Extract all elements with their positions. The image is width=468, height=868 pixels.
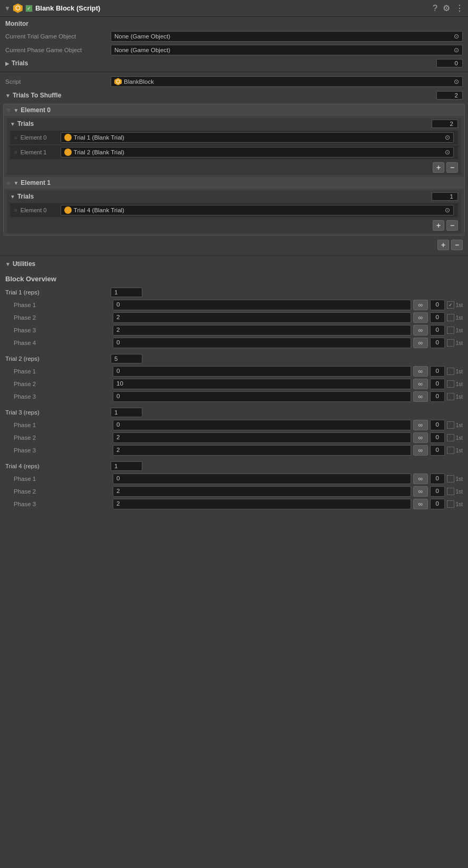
shuffle-element-1: ≡ ▼ Element 1 ▼ Trials 1 ≡ Element 0 T — [4, 177, 464, 233]
t1p3-checkbox[interactable] — [447, 327, 454, 334]
t2p3-checkbox[interactable] — [447, 393, 454, 400]
t1p1-zero[interactable]: 0 — [430, 300, 445, 310]
t4p2-checkbox[interactable] — [447, 488, 454, 495]
e1-remove-button[interactable]: − — [446, 220, 458, 231]
t1p3-value[interactable]: 2 — [113, 325, 411, 336]
current-trial-go-value[interactable]: None (Game Object) ⊙ — [111, 31, 463, 42]
t1p2-value[interactable]: 2 — [113, 312, 411, 323]
t1p1-value[interactable]: 0 — [113, 300, 411, 310]
t2p2-zero[interactable]: 0 — [430, 379, 445, 389]
t3p1-checkbox[interactable] — [447, 421, 454, 429]
trials-count-box[interactable]: 0 — [436, 59, 463, 67]
e0-trials-count[interactable]: 2 — [432, 120, 458, 128]
help-icon[interactable]: ? — [433, 4, 437, 13]
t3p2-checkbox[interactable] — [447, 434, 454, 441]
t2p2-label: Phase 2 — [14, 381, 111, 387]
t1p2-checkbox[interactable] — [447, 314, 454, 321]
t1p3-zero[interactable]: 0 — [430, 325, 445, 336]
e0-t1-drag[interactable]: ≡ — [14, 150, 17, 155]
t1p4-zero[interactable]: 0 — [430, 338, 445, 348]
t2p1-checkbox[interactable] — [447, 368, 454, 375]
trial-1-reps-box[interactable]: 1 — [111, 288, 142, 297]
t4p3-zero[interactable]: 0 — [430, 499, 445, 509]
t3p3-checkbox[interactable] — [447, 447, 454, 454]
t1p4-value[interactable]: 0 — [113, 338, 411, 348]
e1-trials-count[interactable]: 1 — [432, 192, 458, 201]
t3p3-inf-btn[interactable]: ∞ — [413, 445, 428, 456]
t4p3-value[interactable]: 2 — [113, 499, 411, 509]
settings-icon[interactable]: ⚙ — [443, 3, 450, 13]
current-phase-go-value[interactable]: None (Game Object) ⊙ — [111, 45, 463, 55]
element-1-arrow[interactable]: ▼ — [13, 180, 18, 186]
element-0-arrow[interactable]: ▼ — [13, 107, 18, 113]
trial-2-label: Trial 2 (reps) — [5, 356, 111, 362]
t4p2-zero[interactable]: 0 — [430, 486, 445, 497]
t4p1-checkbox-wrap: 1st — [447, 475, 463, 482]
trial-3-reps-row: Trial 3 (reps) 1 — [5, 406, 463, 419]
e1-trials-arrow[interactable]: ▼ — [10, 194, 15, 200]
enabled-checkbox[interactable]: ✓ — [25, 5, 33, 12]
t3p2-inf-btn[interactable]: ∞ — [413, 432, 428, 443]
t4p1-zero[interactable]: 0 — [430, 474, 445, 484]
t4p2-inf-btn[interactable]: ∞ — [413, 486, 428, 497]
e0-trials-arrow[interactable]: ▼ — [10, 121, 15, 127]
t1p1-checkbox[interactable] — [447, 301, 454, 309]
outer-add-button[interactable]: + — [437, 240, 449, 250]
t3p2-zero[interactable]: 0 — [430, 432, 445, 443]
t1p1-inf-btn[interactable]: ∞ — [413, 300, 428, 310]
t4p1-inf-btn[interactable]: ∞ — [413, 474, 428, 484]
e1-t0-drag[interactable]: ≡ — [14, 208, 17, 213]
t1p4-inf-btn[interactable]: ∞ — [413, 338, 428, 348]
t2p3-value[interactable]: 0 — [113, 391, 411, 402]
t4p2-value[interactable]: 2 — [113, 486, 411, 497]
t4p2-st: 1st — [456, 489, 463, 495]
t3p3-zero[interactable]: 0 — [430, 445, 445, 456]
t1p1-checkbox-wrap: 1st — [447, 301, 463, 309]
e0-t1-value-box[interactable]: Trial 2 (Blank Trial) ⊙ — [61, 147, 454, 157]
t3p3-value[interactable]: 2 — [113, 445, 411, 456]
menu-icon[interactable]: ⋮ — [455, 3, 464, 13]
t3p1-inf-btn[interactable]: ∞ — [413, 420, 428, 430]
element-1-trials: ▼ Trials 1 ≡ Element 0 Trial 4 (Blank Tr… — [7, 191, 461, 233]
e0-t0-drag[interactable]: ≡ — [14, 135, 17, 141]
t4p3-inf-btn[interactable]: ∞ — [413, 499, 428, 509]
drag-handle-1[interactable]: ≡ — [7, 180, 10, 186]
t3p3-checkbox-wrap: 1st — [447, 447, 463, 454]
trial-3-reps-box[interactable]: 1 — [111, 408, 142, 417]
trials-to-shuffle-count[interactable]: 2 — [436, 91, 463, 100]
collapse-arrow-icon[interactable]: ▼ — [4, 5, 11, 12]
trial-2-reps-box[interactable]: 5 — [111, 354, 142, 363]
t2p2-value[interactable]: 10 — [113, 379, 411, 389]
t2p1-zero[interactable]: 0 — [430, 366, 445, 377]
trials-to-shuffle-row[interactable]: ▼ Trials To Shuffle 2 — [0, 89, 468, 102]
t2p1-inf-btn[interactable]: ∞ — [413, 366, 428, 377]
e0-remove-button[interactable]: − — [446, 162, 458, 173]
t4p3-checkbox[interactable] — [447, 500, 454, 508]
t3p1-zero[interactable]: 0 — [430, 420, 445, 430]
t3p2-value[interactable]: 2 — [113, 432, 411, 443]
element-0-header: ≡ ▼ Element 0 — [4, 104, 464, 116]
e1-t0-value-box[interactable]: Trial 4 (Blank Trial) ⊙ — [61, 205, 454, 215]
t4p1-checkbox[interactable] — [447, 475, 454, 482]
t1p2-inf-btn[interactable]: ∞ — [413, 312, 428, 323]
script-value-box[interactable]: ⬡ BlankBlock ⊙ — [111, 76, 463, 87]
e0-add-button[interactable]: + — [433, 162, 444, 173]
t2p3-inf-btn[interactable]: ∞ — [413, 391, 428, 402]
outer-remove-button[interactable]: − — [451, 240, 463, 250]
drag-handle-0[interactable]: ≡ — [7, 107, 10, 113]
e1-add-button[interactable]: + — [433, 220, 444, 231]
t1p4-checkbox[interactable] — [447, 339, 454, 347]
e0-t0-value-box[interactable]: Trial 1 (Blank Trial) ⊙ — [61, 132, 454, 143]
t2p3-zero[interactable]: 0 — [430, 391, 445, 402]
t1p3-inf-btn[interactable]: ∞ — [413, 325, 428, 336]
t1p2-zero[interactable]: 0 — [430, 312, 445, 323]
t3p1-value[interactable]: 0 — [113, 420, 411, 430]
t2p2-inf-btn[interactable]: ∞ — [413, 379, 428, 389]
trials-collapsed-row[interactable]: ▶ Trials 0 — [0, 57, 468, 70]
t2p1-value[interactable]: 0 — [113, 366, 411, 377]
trial-4-reps-box[interactable]: 1 — [111, 461, 142, 471]
utilities-row[interactable]: ▼ Utilities — [0, 258, 468, 270]
t2p2-checkbox[interactable] — [447, 380, 454, 388]
trial-4-phase-2-row: Phase 2 2 ∞ 0 1st — [5, 485, 463, 498]
t4p1-value[interactable]: 0 — [113, 474, 411, 484]
